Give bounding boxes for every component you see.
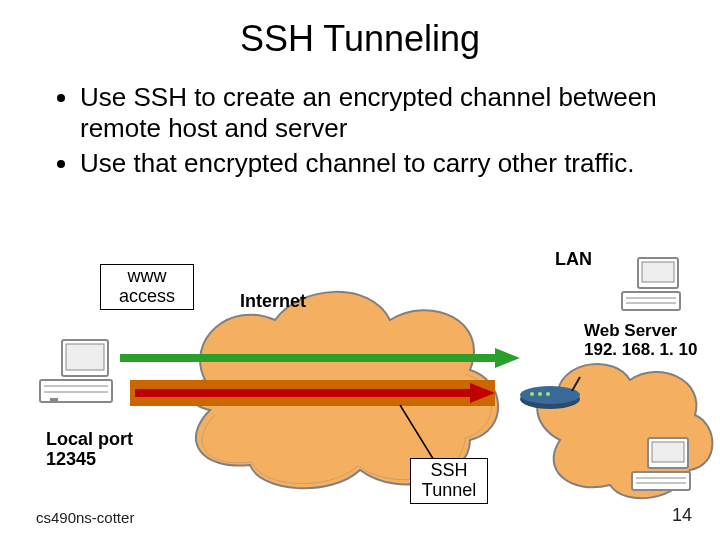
page-number: 14 xyxy=(672,505,692,526)
svg-rect-17 xyxy=(642,262,674,282)
local-computer-icon xyxy=(40,340,112,402)
ssh-tunnel-label: SSH Tunnel xyxy=(410,458,488,504)
www-access-label: www access xyxy=(100,264,194,310)
lan-label: LAN xyxy=(555,250,592,270)
svg-point-5 xyxy=(520,386,580,404)
web-server-icon xyxy=(622,258,680,310)
svg-rect-15 xyxy=(50,398,58,402)
bullet-item: Use that encrypted channel to carry othe… xyxy=(80,148,680,179)
svg-point-6 xyxy=(530,392,534,396)
web-server-label: Web Server 192. 168. 1. 10 xyxy=(584,322,697,359)
footer-left: cs490ns-cotter xyxy=(36,509,134,526)
svg-rect-22 xyxy=(652,442,684,462)
local-port-label: Local port 12345 xyxy=(46,430,133,470)
svg-point-7 xyxy=(538,392,542,396)
svg-rect-11 xyxy=(66,344,104,370)
internet-label: Internet xyxy=(240,292,306,312)
bullet-item: Use SSH to create an encrypted channel b… xyxy=(80,82,680,144)
svg-marker-1 xyxy=(495,348,520,368)
bullet-list: Use SSH to create an encrypted channel b… xyxy=(40,82,680,180)
svg-rect-18 xyxy=(622,292,680,310)
slide-title: SSH Tunneling xyxy=(0,18,720,60)
svg-point-8 xyxy=(546,392,550,396)
diagram-container: www access Internet LAN Web Server 192. … xyxy=(0,240,720,510)
svg-rect-23 xyxy=(632,472,690,490)
